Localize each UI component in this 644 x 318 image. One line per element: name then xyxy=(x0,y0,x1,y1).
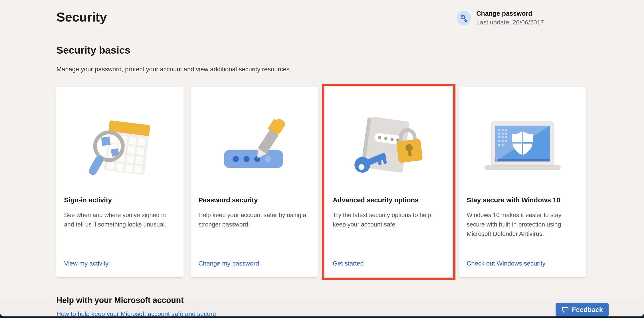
card-stay-secure-windows: Stay secure with Windows 10 Windows 10 m… xyxy=(459,87,586,277)
card-title: Password security xyxy=(198,196,312,204)
key-icon xyxy=(460,14,468,22)
check-out-windows-security-link[interactable]: Check out Windows security xyxy=(467,260,546,267)
view-my-activity-link[interactable]: View my activity xyxy=(64,260,108,267)
card-description: See when and where you’ve signed in and … xyxy=(64,210,176,229)
change-password-text: Change password Last update: 26/06/2017 xyxy=(476,10,544,26)
security-basics-heading: Security basics xyxy=(56,44,130,56)
speech-bubble-icon xyxy=(561,306,569,313)
card-title: Advanced security options xyxy=(333,196,446,204)
card-description: Windows 10 makes it easier to stay secur… xyxy=(467,210,578,239)
card-advanced-security-options: Advanced security options Try the latest… xyxy=(325,87,452,277)
card-description: Help keep your account safer by using a … xyxy=(198,210,310,229)
change-password-last-update: Last update: 26/06/2017 xyxy=(476,19,544,26)
change-password-action[interactable]: Change password Last update: 26/06/2017 xyxy=(457,10,544,26)
signin-activity-icon-area xyxy=(56,102,184,192)
key-icon-circle xyxy=(457,11,471,25)
security-basics-description: Manage your password, protect your accou… xyxy=(56,66,291,73)
password-security-icon xyxy=(222,117,287,178)
password-security-icon-area xyxy=(190,102,318,192)
get-started-link[interactable]: Get started xyxy=(333,260,364,267)
signin-activity-icon xyxy=(88,114,152,181)
change-password-title: Change password xyxy=(476,10,544,17)
card-signin-activity: Sign-in activity See when and where you’… xyxy=(56,87,184,277)
feedback-label: Feedback xyxy=(572,306,603,313)
card-password-security: Password security Help keep your account… xyxy=(190,87,318,277)
card-description: Try the latest security options to help … xyxy=(333,210,445,229)
windows-security-icon xyxy=(483,120,562,175)
windows-security-icon-area xyxy=(459,102,586,192)
help-keep-account-safe-link[interactable]: How to help keep your Microsoft account … xyxy=(56,310,216,316)
card-title: Stay secure with Windows 10 xyxy=(467,196,580,204)
page-title: Security xyxy=(56,10,107,25)
card-title: Sign-in activity xyxy=(64,196,177,204)
feedback-button[interactable]: Feedback xyxy=(556,303,608,316)
security-page: Security Change password Last update: 26… xyxy=(0,0,644,316)
advanced-security-icon-area xyxy=(325,102,452,192)
change-my-password-link[interactable]: Change my password xyxy=(198,260,259,267)
help-section-heading: Help with your Microsoft account xyxy=(56,295,184,305)
advanced-security-icon xyxy=(351,114,426,181)
